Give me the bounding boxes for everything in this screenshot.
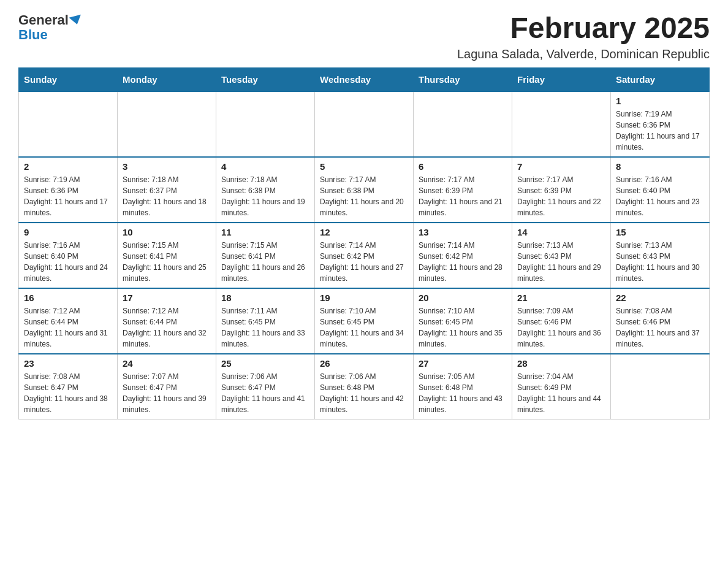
day-info: Sunrise: 7:12 AMSunset: 6:44 PMDaylight:… (24, 305, 112, 350)
calendar-cell: 3Sunrise: 7:18 AMSunset: 6:37 PMDaylight… (118, 157, 216, 223)
day-info: Sunrise: 7:18 AMSunset: 6:38 PMDaylight:… (221, 174, 309, 218)
day-number: 6 (419, 161, 507, 172)
calendar-cell (414, 91, 512, 157)
page-title: February 2025 (457, 12, 710, 45)
day-number: 8 (616, 161, 704, 172)
day-number: 4 (221, 161, 309, 172)
calendar-cell: 28Sunrise: 7:04 AMSunset: 6:49 PMDayligh… (512, 354, 611, 419)
day-info: Sunrise: 7:15 AMSunset: 6:41 PMDaylight:… (123, 240, 211, 284)
weekday-header-tuesday: Tuesday (216, 67, 315, 91)
logo: General Blue (18, 12, 83, 43)
day-info: Sunrise: 7:18 AMSunset: 6:37 PMDaylight:… (123, 174, 211, 218)
weekday-header-friday: Friday (512, 67, 611, 91)
day-number: 18 (221, 293, 309, 303)
day-info: Sunrise: 7:15 AMSunset: 6:41 PMDaylight:… (221, 240, 309, 284)
weekday-header-row: SundayMondayTuesdayWednesdayThursdayFrid… (19, 67, 710, 91)
calendar-cell: 1Sunrise: 7:19 AMSunset: 6:36 PMDaylight… (611, 91, 710, 157)
calendar-cell: 17Sunrise: 7:12 AMSunset: 6:44 PMDayligh… (118, 288, 216, 354)
week-row-2: 2Sunrise: 7:19 AMSunset: 6:36 PMDaylight… (19, 157, 710, 223)
calendar-cell: 26Sunrise: 7:06 AMSunset: 6:48 PMDayligh… (315, 354, 414, 419)
weekday-header-monday: Monday (118, 67, 216, 91)
calendar-cell (216, 91, 315, 157)
calendar-cell: 8Sunrise: 7:16 AMSunset: 6:40 PMDaylight… (611, 157, 710, 223)
day-number: 21 (517, 293, 605, 303)
day-info: Sunrise: 7:04 AMSunset: 6:49 PMDaylight:… (517, 371, 605, 415)
day-info: Sunrise: 7:16 AMSunset: 6:40 PMDaylight:… (616, 174, 704, 218)
calendar-cell: 13Sunrise: 7:14 AMSunset: 6:42 PMDayligh… (414, 223, 512, 288)
day-number: 23 (24, 358, 112, 369)
calendar-cell: 25Sunrise: 7:06 AMSunset: 6:47 PMDayligh… (216, 354, 315, 419)
calendar-cell (19, 91, 118, 157)
day-info: Sunrise: 7:19 AMSunset: 6:36 PMDaylight:… (24, 174, 112, 218)
day-number: 5 (320, 161, 408, 172)
day-number: 24 (123, 358, 211, 369)
calendar-cell: 16Sunrise: 7:12 AMSunset: 6:44 PMDayligh… (19, 288, 118, 354)
logo-general-text: General (18, 12, 69, 28)
calendar-cell: 2Sunrise: 7:19 AMSunset: 6:36 PMDaylight… (19, 157, 118, 223)
calendar-cell: 15Sunrise: 7:13 AMSunset: 6:43 PMDayligh… (611, 223, 710, 288)
day-info: Sunrise: 7:12 AMSunset: 6:44 PMDaylight:… (123, 305, 211, 350)
day-info: Sunrise: 7:08 AMSunset: 6:46 PMDaylight:… (616, 305, 704, 350)
calendar-cell: 19Sunrise: 7:10 AMSunset: 6:45 PMDayligh… (315, 288, 414, 354)
day-number: 1 (616, 96, 704, 106)
day-info: Sunrise: 7:13 AMSunset: 6:43 PMDaylight:… (517, 240, 605, 284)
calendar-cell: 12Sunrise: 7:14 AMSunset: 6:42 PMDayligh… (315, 223, 414, 288)
calendar-cell (611, 354, 710, 419)
logo-blue-text: Blue (18, 27, 48, 42)
header: General Blue February 2025 Laguna Salada… (18, 12, 710, 61)
day-info: Sunrise: 7:14 AMSunset: 6:42 PMDaylight:… (419, 240, 507, 284)
day-number: 13 (419, 227, 507, 237)
day-info: Sunrise: 7:06 AMSunset: 6:48 PMDaylight:… (320, 371, 408, 415)
day-number: 11 (221, 227, 309, 237)
day-number: 28 (517, 358, 605, 369)
day-info: Sunrise: 7:17 AMSunset: 6:39 PMDaylight:… (517, 174, 605, 218)
day-info: Sunrise: 7:14 AMSunset: 6:42 PMDaylight:… (320, 240, 408, 284)
day-number: 17 (123, 293, 211, 303)
day-info: Sunrise: 7:17 AMSunset: 6:38 PMDaylight:… (320, 174, 408, 218)
calendar-cell: 18Sunrise: 7:11 AMSunset: 6:45 PMDayligh… (216, 288, 315, 354)
calendar-cell: 10Sunrise: 7:15 AMSunset: 6:41 PMDayligh… (118, 223, 216, 288)
calendar-cell: 27Sunrise: 7:05 AMSunset: 6:48 PMDayligh… (414, 354, 512, 419)
calendar-cell: 4Sunrise: 7:18 AMSunset: 6:38 PMDaylight… (216, 157, 315, 223)
day-number: 7 (517, 161, 605, 172)
day-info: Sunrise: 7:07 AMSunset: 6:47 PMDaylight:… (123, 371, 211, 415)
logo-triangle-icon (69, 15, 83, 26)
calendar-cell: 5Sunrise: 7:17 AMSunset: 6:38 PMDaylight… (315, 157, 414, 223)
day-info: Sunrise: 7:08 AMSunset: 6:47 PMDaylight:… (24, 371, 112, 415)
day-info: Sunrise: 7:10 AMSunset: 6:45 PMDaylight:… (419, 305, 507, 350)
subtitle: Laguna Salada, Valverde, Dominican Repub… (457, 47, 710, 61)
calendar-cell (315, 91, 414, 157)
calendar-cell: 23Sunrise: 7:08 AMSunset: 6:47 PMDayligh… (19, 354, 118, 419)
calendar-cell: 9Sunrise: 7:16 AMSunset: 6:40 PMDaylight… (19, 223, 118, 288)
day-number: 10 (123, 227, 211, 237)
day-info: Sunrise: 7:17 AMSunset: 6:39 PMDaylight:… (419, 174, 507, 218)
calendar-cell (512, 91, 611, 157)
calendar-table: SundayMondayTuesdayWednesdayThursdayFrid… (18, 67, 710, 419)
day-number: 25 (221, 358, 309, 369)
calendar-cell: 11Sunrise: 7:15 AMSunset: 6:41 PMDayligh… (216, 223, 315, 288)
day-number: 26 (320, 358, 408, 369)
calendar-cell: 14Sunrise: 7:13 AMSunset: 6:43 PMDayligh… (512, 223, 611, 288)
week-row-4: 16Sunrise: 7:12 AMSunset: 6:44 PMDayligh… (19, 288, 710, 354)
day-info: Sunrise: 7:13 AMSunset: 6:43 PMDaylight:… (616, 240, 704, 284)
day-number: 9 (24, 227, 112, 237)
day-number: 27 (419, 358, 507, 369)
day-number: 14 (517, 227, 605, 237)
day-info: Sunrise: 7:05 AMSunset: 6:48 PMDaylight:… (419, 371, 507, 415)
calendar-cell: 21Sunrise: 7:09 AMSunset: 6:46 PMDayligh… (512, 288, 611, 354)
calendar-cell: 22Sunrise: 7:08 AMSunset: 6:46 PMDayligh… (611, 288, 710, 354)
day-number: 20 (419, 293, 507, 303)
day-info: Sunrise: 7:16 AMSunset: 6:40 PMDaylight:… (24, 240, 112, 284)
calendar-cell (118, 91, 216, 157)
weekday-header-sunday: Sunday (19, 67, 118, 91)
calendar-cell: 24Sunrise: 7:07 AMSunset: 6:47 PMDayligh… (118, 354, 216, 419)
calendar-cell: 7Sunrise: 7:17 AMSunset: 6:39 PMDaylight… (512, 157, 611, 223)
week-row-3: 9Sunrise: 7:16 AMSunset: 6:40 PMDaylight… (19, 223, 710, 288)
day-number: 2 (24, 161, 112, 172)
day-number: 19 (320, 293, 408, 303)
day-info: Sunrise: 7:10 AMSunset: 6:45 PMDaylight:… (320, 305, 408, 350)
day-number: 12 (320, 227, 408, 237)
day-number: 16 (24, 293, 112, 303)
weekday-header-wednesday: Wednesday (315, 67, 414, 91)
calendar-cell: 20Sunrise: 7:10 AMSunset: 6:45 PMDayligh… (414, 288, 512, 354)
